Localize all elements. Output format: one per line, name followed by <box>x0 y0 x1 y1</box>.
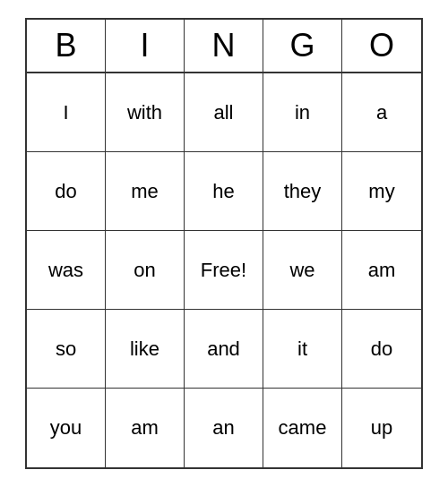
bingo-cell: it <box>263 310 342 389</box>
bingo-cell: and <box>185 310 263 389</box>
bingo-cell: they <box>263 152 342 231</box>
bingo-cell: with <box>106 73 185 152</box>
bingo-cell: was <box>27 231 106 310</box>
bingo-row: wasonFree!weam <box>27 231 421 310</box>
bingo-cell: am <box>342 231 421 310</box>
bingo-cell: Free! <box>185 231 263 310</box>
bingo-cell: a <box>342 73 421 152</box>
bingo-row: youamancameup <box>27 389 421 467</box>
header-cell-n: N <box>185 20 263 73</box>
bingo-cell: he <box>185 152 263 231</box>
bingo-grid: IwithallinadomehetheymywasonFree!weamsol… <box>27 73 421 467</box>
bingo-cell: so <box>27 310 106 389</box>
bingo-cell: an <box>185 389 263 467</box>
bingo-cell: on <box>106 231 185 310</box>
bingo-cell: up <box>342 389 421 467</box>
bingo-cell: we <box>263 231 342 310</box>
bingo-cell: came <box>263 389 342 467</box>
bingo-row: Iwithallina <box>27 73 421 152</box>
bingo-cell: do <box>342 310 421 389</box>
bingo-cell: do <box>27 152 106 231</box>
bingo-cell: me <box>106 152 185 231</box>
header-cell-o: O <box>342 20 421 73</box>
bingo-cell: in <box>263 73 342 152</box>
bingo-cell: my <box>342 152 421 231</box>
bingo-cell: I <box>27 73 106 152</box>
bingo-cell: you <box>27 389 106 467</box>
header-cell-i: I <box>106 20 185 73</box>
header-cell-b: B <box>27 20 106 73</box>
header-cell-g: G <box>263 20 342 73</box>
bingo-row: domehetheymy <box>27 152 421 231</box>
bingo-cell: am <box>106 389 185 467</box>
bingo-header: BINGO <box>27 20 421 73</box>
bingo-card: BINGO IwithallinadomehetheymywasonFree!w… <box>25 18 423 469</box>
bingo-cell: all <box>185 73 263 152</box>
bingo-row: solikeanditdo <box>27 310 421 389</box>
bingo-cell: like <box>106 310 185 389</box>
